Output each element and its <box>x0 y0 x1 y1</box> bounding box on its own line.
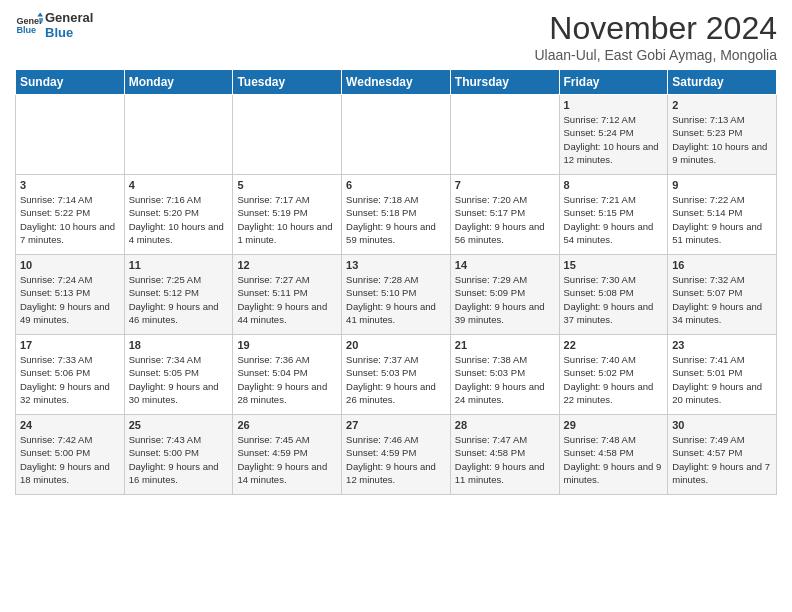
week-row-4: 17Sunrise: 7:33 AM Sunset: 5:06 PM Dayli… <box>16 335 777 415</box>
day-number: 2 <box>672 99 772 111</box>
day-number: 3 <box>20 179 120 191</box>
day-info: Sunrise: 7:34 AM Sunset: 5:05 PM Dayligh… <box>129 353 229 406</box>
day-info: Sunrise: 7:40 AM Sunset: 5:02 PM Dayligh… <box>564 353 664 406</box>
day-info: Sunrise: 7:33 AM Sunset: 5:06 PM Dayligh… <box>20 353 120 406</box>
day-info: Sunrise: 7:27 AM Sunset: 5:11 PM Dayligh… <box>237 273 337 326</box>
day-number: 7 <box>455 179 555 191</box>
day-info: Sunrise: 7:41 AM Sunset: 5:01 PM Dayligh… <box>672 353 772 406</box>
header-monday: Monday <box>124 70 233 95</box>
day-cell: 6Sunrise: 7:18 AM Sunset: 5:18 PM Daylig… <box>342 175 451 255</box>
week-row-1: 1Sunrise: 7:12 AM Sunset: 5:24 PM Daylig… <box>16 95 777 175</box>
day-cell: 17Sunrise: 7:33 AM Sunset: 5:06 PM Dayli… <box>16 335 125 415</box>
day-cell: 11Sunrise: 7:25 AM Sunset: 5:12 PM Dayli… <box>124 255 233 335</box>
day-number: 27 <box>346 419 446 431</box>
day-number: 14 <box>455 259 555 271</box>
day-info: Sunrise: 7:30 AM Sunset: 5:08 PM Dayligh… <box>564 273 664 326</box>
title-section: November 2024 Ulaan-Uul, East Gobi Aymag… <box>534 10 777 63</box>
day-info: Sunrise: 7:14 AM Sunset: 5:22 PM Dayligh… <box>20 193 120 246</box>
svg-text:General: General <box>16 16 43 26</box>
header-saturday: Saturday <box>668 70 777 95</box>
day-cell: 3Sunrise: 7:14 AM Sunset: 5:22 PM Daylig… <box>16 175 125 255</box>
day-cell: 19Sunrise: 7:36 AM Sunset: 5:04 PM Dayli… <box>233 335 342 415</box>
day-number: 8 <box>564 179 664 191</box>
day-number: 23 <box>672 339 772 351</box>
day-number: 11 <box>129 259 229 271</box>
day-cell: 7Sunrise: 7:20 AM Sunset: 5:17 PM Daylig… <box>450 175 559 255</box>
day-cell: 22Sunrise: 7:40 AM Sunset: 5:02 PM Dayli… <box>559 335 668 415</box>
day-info: Sunrise: 7:20 AM Sunset: 5:17 PM Dayligh… <box>455 193 555 246</box>
day-number: 29 <box>564 419 664 431</box>
day-number: 20 <box>346 339 446 351</box>
day-number: 28 <box>455 419 555 431</box>
day-cell: 9Sunrise: 7:22 AM Sunset: 5:14 PM Daylig… <box>668 175 777 255</box>
day-info: Sunrise: 7:13 AM Sunset: 5:23 PM Dayligh… <box>672 113 772 166</box>
day-info: Sunrise: 7:17 AM Sunset: 5:19 PM Dayligh… <box>237 193 337 246</box>
day-cell: 25Sunrise: 7:43 AM Sunset: 5:00 PM Dayli… <box>124 415 233 495</box>
day-cell: 4Sunrise: 7:16 AM Sunset: 5:20 PM Daylig… <box>124 175 233 255</box>
day-cell: 13Sunrise: 7:28 AM Sunset: 5:10 PM Dayli… <box>342 255 451 335</box>
day-info: Sunrise: 7:28 AM Sunset: 5:10 PM Dayligh… <box>346 273 446 326</box>
day-cell: 15Sunrise: 7:30 AM Sunset: 5:08 PM Dayli… <box>559 255 668 335</box>
day-number: 26 <box>237 419 337 431</box>
day-number: 18 <box>129 339 229 351</box>
day-info: Sunrise: 7:22 AM Sunset: 5:14 PM Dayligh… <box>672 193 772 246</box>
day-cell <box>124 95 233 175</box>
day-info: Sunrise: 7:48 AM Sunset: 4:58 PM Dayligh… <box>564 433 664 486</box>
day-info: Sunrise: 7:16 AM Sunset: 5:20 PM Dayligh… <box>129 193 229 246</box>
day-number: 6 <box>346 179 446 191</box>
logo-line2: Blue <box>45 25 93 40</box>
header-thursday: Thursday <box>450 70 559 95</box>
day-number: 4 <box>129 179 229 191</box>
day-info: Sunrise: 7:21 AM Sunset: 5:15 PM Dayligh… <box>564 193 664 246</box>
day-info: Sunrise: 7:47 AM Sunset: 4:58 PM Dayligh… <box>455 433 555 486</box>
logo-line1: General <box>45 10 93 25</box>
day-cell: 10Sunrise: 7:24 AM Sunset: 5:13 PM Dayli… <box>16 255 125 335</box>
day-cell: 1Sunrise: 7:12 AM Sunset: 5:24 PM Daylig… <box>559 95 668 175</box>
day-cell: 28Sunrise: 7:47 AM Sunset: 4:58 PM Dayli… <box>450 415 559 495</box>
day-cell: 8Sunrise: 7:21 AM Sunset: 5:15 PM Daylig… <box>559 175 668 255</box>
day-cell: 23Sunrise: 7:41 AM Sunset: 5:01 PM Dayli… <box>668 335 777 415</box>
day-number: 25 <box>129 419 229 431</box>
day-cell: 30Sunrise: 7:49 AM Sunset: 4:57 PM Dayli… <box>668 415 777 495</box>
day-cell: 16Sunrise: 7:32 AM Sunset: 5:07 PM Dayli… <box>668 255 777 335</box>
day-number: 24 <box>20 419 120 431</box>
day-info: Sunrise: 7:49 AM Sunset: 4:57 PM Dayligh… <box>672 433 772 486</box>
day-info: Sunrise: 7:12 AM Sunset: 5:24 PM Dayligh… <box>564 113 664 166</box>
day-info: Sunrise: 7:36 AM Sunset: 5:04 PM Dayligh… <box>237 353 337 406</box>
day-cell: 5Sunrise: 7:17 AM Sunset: 5:19 PM Daylig… <box>233 175 342 255</box>
header-wednesday: Wednesday <box>342 70 451 95</box>
day-info: Sunrise: 7:42 AM Sunset: 5:00 PM Dayligh… <box>20 433 120 486</box>
day-cell <box>16 95 125 175</box>
day-cell: 2Sunrise: 7:13 AM Sunset: 5:23 PM Daylig… <box>668 95 777 175</box>
header-tuesday: Tuesday <box>233 70 342 95</box>
day-cell: 14Sunrise: 7:29 AM Sunset: 5:09 PM Dayli… <box>450 255 559 335</box>
day-cell: 24Sunrise: 7:42 AM Sunset: 5:00 PM Dayli… <box>16 415 125 495</box>
logo-icon: General Blue <box>15 11 43 39</box>
week-row-5: 24Sunrise: 7:42 AM Sunset: 5:00 PM Dayli… <box>16 415 777 495</box>
day-info: Sunrise: 7:46 AM Sunset: 4:59 PM Dayligh… <box>346 433 446 486</box>
day-cell: 27Sunrise: 7:46 AM Sunset: 4:59 PM Dayli… <box>342 415 451 495</box>
header-friday: Friday <box>559 70 668 95</box>
svg-text:Blue: Blue <box>16 25 36 35</box>
logo: General Blue General Blue <box>15 10 93 40</box>
day-number: 16 <box>672 259 772 271</box>
day-number: 30 <box>672 419 772 431</box>
day-info: Sunrise: 7:24 AM Sunset: 5:13 PM Dayligh… <box>20 273 120 326</box>
day-cell: 26Sunrise: 7:45 AM Sunset: 4:59 PM Dayli… <box>233 415 342 495</box>
week-row-2: 3Sunrise: 7:14 AM Sunset: 5:22 PM Daylig… <box>16 175 777 255</box>
day-cell <box>450 95 559 175</box>
day-number: 15 <box>564 259 664 271</box>
day-info: Sunrise: 7:32 AM Sunset: 5:07 PM Dayligh… <box>672 273 772 326</box>
day-info: Sunrise: 7:37 AM Sunset: 5:03 PM Dayligh… <box>346 353 446 406</box>
calendar-header-row: SundayMondayTuesdayWednesdayThursdayFrid… <box>16 70 777 95</box>
day-number: 12 <box>237 259 337 271</box>
day-number: 10 <box>20 259 120 271</box>
day-info: Sunrise: 7:45 AM Sunset: 4:59 PM Dayligh… <box>237 433 337 486</box>
day-number: 22 <box>564 339 664 351</box>
day-cell: 12Sunrise: 7:27 AM Sunset: 5:11 PM Dayli… <box>233 255 342 335</box>
header-sunday: Sunday <box>16 70 125 95</box>
day-cell: 21Sunrise: 7:38 AM Sunset: 5:03 PM Dayli… <box>450 335 559 415</box>
day-number: 21 <box>455 339 555 351</box>
day-cell: 29Sunrise: 7:48 AM Sunset: 4:58 PM Dayli… <box>559 415 668 495</box>
day-cell <box>233 95 342 175</box>
